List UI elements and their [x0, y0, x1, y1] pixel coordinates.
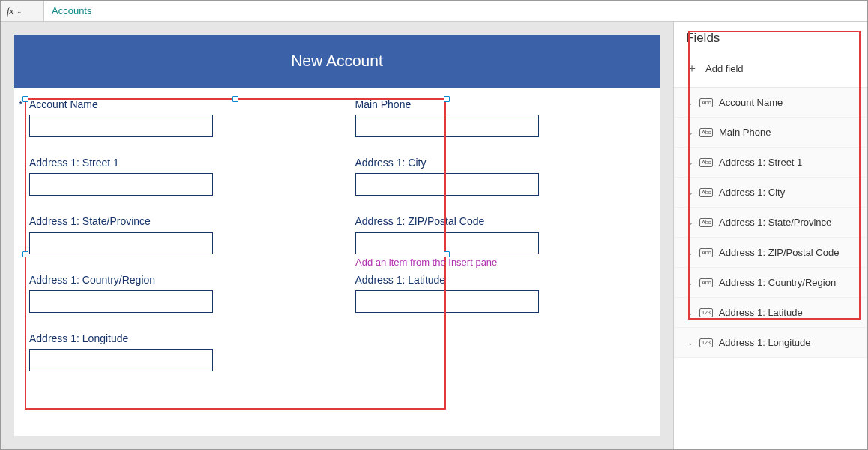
- field-address-street[interactable]: Address 1: Street 1: [29, 157, 319, 196]
- text-input[interactable]: [29, 349, 213, 371]
- resize-handle[interactable]: [444, 96, 450, 102]
- type-badge-text-icon: Abc: [699, 98, 713, 107]
- field-item-label: Address 1: City: [719, 187, 785, 198]
- plus-icon: ＋: [686, 61, 698, 76]
- field-address-state[interactable]: Address 1: State/Province: [29, 215, 319, 254]
- chevron-down-icon: ⌄: [687, 189, 693, 196]
- field-item-label: Address 1: State/Province: [719, 217, 831, 228]
- type-badge-number-icon: 123: [699, 308, 713, 317]
- label-text: Address 1: Street 1: [29, 157, 119, 169]
- chevron-down-icon: ⌄: [687, 279, 693, 286]
- chevron-down-icon: ⌄: [687, 219, 693, 226]
- fx-button[interactable]: fx ⌄: [1, 1, 44, 21]
- label-text: Address 1: Latitude: [355, 274, 446, 286]
- text-input[interactable]: [29, 290, 213, 313]
- label-text: Address 1: State/Province: [29, 215, 151, 227]
- field-item-address-state[interactable]: ⌄ Abc Address 1: State/Province: [674, 208, 867, 238]
- field-item-address-zip[interactable]: ⌄ Abc Address 1: ZIP/Postal Code: [674, 238, 867, 268]
- field-item-label: Address 1: Latitude: [719, 307, 803, 318]
- field-account-name[interactable]: * Account Name: [29, 98, 319, 137]
- type-badge-text-icon: Abc: [699, 128, 713, 137]
- chevron-down-icon: ⌄: [16, 8, 22, 15]
- field-main-phone[interactable]: Main Phone: [355, 98, 645, 137]
- field-label: Address 1: Longitude: [29, 332, 319, 344]
- resize-handle[interactable]: [22, 251, 28, 257]
- field-item-label: Main Phone: [719, 127, 771, 138]
- form-header: New Account: [14, 35, 660, 88]
- form-fields-grid: Add an item from the Insert pane * Accou…: [14, 88, 660, 382]
- text-input[interactable]: [29, 232, 213, 254]
- field-item-address-longitude[interactable]: ⌄ 123 Address 1: Longitude: [674, 328, 867, 358]
- chevron-down-icon: ⌄: [687, 249, 693, 256]
- chevron-down-icon: ⌄: [687, 129, 693, 136]
- field-label: Address 1: State/Province: [29, 215, 319, 227]
- fields-pane: Fields ＋ Add field ⌄ Abc Account Name ⌄ …: [673, 22, 867, 449]
- field-item-account-name[interactable]: ⌄ Abc Account Name: [674, 88, 867, 118]
- chevron-down-icon: ⌄: [687, 309, 693, 316]
- fx-icon: fx: [7, 5, 13, 17]
- form-canvas[interactable]: New Account Add an item from the Insert …: [14, 35, 660, 436]
- field-item-address-city[interactable]: ⌄ Abc Address 1: City: [674, 178, 867, 208]
- label-text: Address 1: Country/Region: [29, 274, 155, 286]
- field-label: Address 1: Latitude: [355, 274, 645, 286]
- type-badge-text-icon: Abc: [699, 158, 713, 167]
- type-badge-text-icon: Abc: [699, 188, 713, 197]
- label-text: Account Name: [29, 98, 98, 110]
- label-text: Address 1: City: [355, 157, 427, 169]
- field-item-label: Address 1: Street 1: [719, 157, 802, 168]
- field-label: Address 1: ZIP/Postal Code: [355, 215, 645, 227]
- add-field-label: Add field: [705, 63, 744, 74]
- field-label: Address 1: Street 1: [29, 157, 319, 169]
- field-address-latitude[interactable]: Address 1: Latitude: [355, 274, 645, 313]
- field-label: Address 1: Country/Region: [29, 274, 319, 286]
- type-badge-text-icon: Abc: [699, 218, 713, 227]
- text-input[interactable]: [29, 173, 213, 196]
- label-text: Main Phone: [355, 98, 412, 110]
- formula-input[interactable]: Accounts: [44, 1, 867, 21]
- field-list: ⌄ Abc Account Name ⌄ Abc Main Phone ⌄ Ab…: [674, 88, 867, 449]
- text-input[interactable]: [355, 173, 539, 196]
- resize-handle[interactable]: [22, 96, 28, 102]
- field-address-longitude[interactable]: Address 1: Longitude: [29, 332, 319, 371]
- field-item-main-phone[interactable]: ⌄ Abc Main Phone: [674, 118, 867, 148]
- field-item-label: Address 1: Country/Region: [719, 277, 836, 288]
- canvas-area: New Account Add an item from the Insert …: [1, 22, 673, 449]
- field-label: Main Phone: [355, 98, 645, 110]
- field-item-label: Account Name: [719, 97, 783, 108]
- field-item-address-street[interactable]: ⌄ Abc Address 1: Street 1: [674, 148, 867, 178]
- label-text: Address 1: Longitude: [29, 332, 128, 344]
- field-item-address-country[interactable]: ⌄ Abc Address 1: Country/Region: [674, 268, 867, 298]
- field-address-country[interactable]: Address 1: Country/Region: [29, 274, 319, 313]
- resize-handle[interactable]: [232, 96, 238, 102]
- text-input[interactable]: [29, 115, 213, 137]
- chevron-down-icon: ⌄: [687, 159, 693, 166]
- pane-title: Fields: [674, 31, 867, 55]
- text-input[interactable]: [355, 115, 539, 137]
- field-item-label: Address 1: ZIP/Postal Code: [719, 247, 839, 258]
- formula-bar: fx ⌄ Accounts: [1, 1, 867, 22]
- type-badge-text-icon: Abc: [699, 248, 713, 257]
- label-text: Address 1: ZIP/Postal Code: [355, 215, 485, 227]
- field-address-zip[interactable]: Address 1: ZIP/Postal Code: [355, 215, 645, 254]
- field-label: * Account Name: [29, 98, 319, 110]
- add-field-button[interactable]: ＋ Add field: [674, 55, 867, 88]
- chevron-down-icon: ⌄: [687, 339, 693, 346]
- type-badge-number-icon: 123: [699, 338, 713, 347]
- field-address-city[interactable]: Address 1: City: [355, 157, 645, 196]
- type-badge-text-icon: Abc: [699, 278, 713, 287]
- field-item-address-latitude[interactable]: ⌄ 123 Address 1: Latitude: [674, 298, 867, 328]
- text-input[interactable]: [355, 290, 539, 313]
- field-label: Address 1: City: [355, 157, 645, 169]
- chevron-down-icon: ⌄: [687, 99, 693, 106]
- main-area: New Account Add an item from the Insert …: [1, 22, 867, 449]
- field-item-label: Address 1: Longitude: [719, 337, 811, 348]
- insert-hint: Add an item from the Insert pane: [355, 256, 497, 268]
